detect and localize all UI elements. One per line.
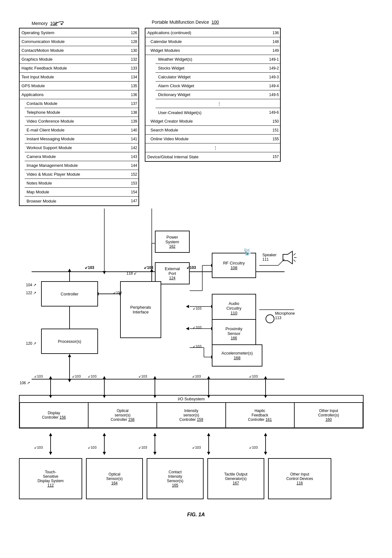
rf-circuitry-box: RF Circuitry 108 xyxy=(212,253,256,278)
io-cell-display: Display Controller 156 xyxy=(20,403,88,428)
io-cell-other-input: Other Input Controller(s) 160 xyxy=(294,403,363,428)
memory-row-workout: Workout Support Module 142 xyxy=(25,143,138,152)
svg-marker-31 xyxy=(68,354,71,357)
memory-row-video-music: Video & Music Player Module 152 xyxy=(25,170,138,179)
controller-box: Controller xyxy=(41,281,98,306)
svg-marker-47 xyxy=(264,376,267,379)
fig-caption: FIG. 1A xyxy=(187,512,205,518)
svg-marker-30 xyxy=(68,379,71,382)
svg-marker-52 xyxy=(103,452,106,455)
memory-row-browser: Browser Module 147 xyxy=(25,197,138,205)
bus-103-proc: ↙103 xyxy=(72,374,81,379)
memory-row-graphics: Graphics Module 132 xyxy=(20,55,138,64)
bus-103-bot4: ↙103 xyxy=(192,446,201,450)
svg-marker-71 xyxy=(103,271,106,274)
optical-sensor-box: Optical Sensor(s) 164 xyxy=(86,458,143,499)
svg-marker-38 xyxy=(103,376,106,379)
pmd-row-apps-cont: Applications (continued) 136 xyxy=(145,28,280,37)
bus-label-103-top: ↙103 xyxy=(85,265,94,270)
peripherals-box: Peripherals Interface xyxy=(120,281,161,338)
processor-box: Processor(s) xyxy=(41,329,98,354)
pmd-row-calculator: Calculator Widget 149-3 xyxy=(156,73,280,82)
bus-label-103-mid: ↙103 xyxy=(144,265,153,270)
svg-marker-3 xyxy=(68,269,71,272)
accelerometer-box: Accelerometer(s) 168 xyxy=(212,344,262,367)
memory-row-gps: GPS Module 135 xyxy=(20,82,138,90)
memory-row-contacts: Contacts Module 137 xyxy=(25,99,138,108)
memory-row-telephone: Telephone Module 138 xyxy=(25,108,138,117)
svg-marker-21 xyxy=(186,327,189,330)
pmd-row-search: Search Module 151 xyxy=(145,126,280,135)
bus-103-io1: ↙103 xyxy=(34,374,43,379)
pmd-row-alarm: Alarm Clock Widget 149-4 xyxy=(156,82,280,90)
io-cell-optical: Optical sensor(s) Controller 158 xyxy=(88,403,157,428)
tactile-output-box: Tactile Output Generator(s) 167 xyxy=(207,458,264,499)
svg-marker-55 xyxy=(153,452,156,455)
svg-marker-50 xyxy=(49,433,52,436)
pmd-row-user-created: User-Created Widget(s) 149-6 xyxy=(156,108,280,117)
speaker-label: Speaker 111 xyxy=(262,253,277,262)
touch-display-box: Touch- Sensitive Display System 112 xyxy=(19,458,82,499)
pmd-row-online-video: Online Video Module 155 xyxy=(145,135,280,143)
svg-marker-62 xyxy=(264,433,267,436)
bus-103-io2: ↙103 xyxy=(88,374,96,379)
speaker-icon xyxy=(281,250,297,265)
processor-ref-120: 120 ↗ xyxy=(26,341,36,346)
microphone-label: Microphone 113 xyxy=(275,311,295,320)
pmd-row-widget-creator: Widget Creator Module 150 xyxy=(145,117,280,126)
memory-row-map: Map Module 154 xyxy=(25,188,138,197)
bus-103-io5: ↙103 xyxy=(249,374,258,379)
memory-apps-subbox: Contacts Module 137 Telephone Module 138… xyxy=(25,99,138,205)
svg-marker-17 xyxy=(186,305,189,308)
memory-row-text-input: Text Input Module 134 xyxy=(20,73,138,82)
memory-row-im: Instant Messaging Module 141 xyxy=(25,135,138,143)
pmd-box: Applications (continued) 136 Calendar Mo… xyxy=(145,28,281,162)
bus-103-bot5: ↙103 xyxy=(249,446,258,450)
memory-row-contact: Contact/Motion Module 130 xyxy=(20,46,138,55)
svg-marker-41 xyxy=(153,376,156,379)
pmd-row-dictionary: Dictionary Widget 149-5 xyxy=(156,90,280,99)
controller-ref-104: 104 ↗ xyxy=(26,283,36,287)
svg-marker-61 xyxy=(264,452,267,455)
pmd-row-device-state: Device/Global Internal State 157 xyxy=(145,152,280,161)
power-system-box: Power System 162 xyxy=(155,231,190,253)
bus-label-103-right: ↙103 xyxy=(187,265,196,270)
svg-marker-56 xyxy=(153,433,156,436)
memory-row-comm: Communication Module 128 xyxy=(20,37,138,46)
pmd-row-dots1: ⋮ xyxy=(156,99,280,108)
bus-103-prox: ↙103 xyxy=(193,325,201,330)
other-input-devices-box: Other Input Control Devices 116 xyxy=(268,458,331,499)
io-subsystem-box: I/O Subsystem Display Controller 156 Opt… xyxy=(19,395,364,428)
svg-line-79 xyxy=(293,260,296,262)
pmd-label: Portable Multifunction Device 100 xyxy=(152,20,219,25)
bus-103-bot1: ↙103 xyxy=(34,446,43,450)
pmd-row-widgets: Widget Modules 149 xyxy=(145,46,280,55)
svg-marker-76 xyxy=(283,251,292,264)
contact-intensity-box: Contact Intensity Sensor(s) 165 xyxy=(147,458,204,499)
bus-103-bot2: ↙103 xyxy=(88,446,96,450)
pmd-row-stocks: Stocks Widget 149-2 xyxy=(156,64,280,73)
memory-row-videoconf: Video Conference Module 139 xyxy=(25,117,138,126)
microphone-icon xyxy=(266,314,274,323)
svg-marker-35 xyxy=(49,376,52,379)
memory-row-email: E-mail Client Module 140 xyxy=(25,126,138,135)
bus-103-io3: ↙103 xyxy=(138,374,147,379)
svg-marker-59 xyxy=(207,433,210,436)
memory-row-apps: Applications 136 xyxy=(20,90,138,99)
memory-row-camera: Camera Module 143 xyxy=(25,152,138,161)
ref-106: 106 ↗ xyxy=(20,381,30,385)
svg-marker-58 xyxy=(207,452,210,455)
pmd-widgets-subbox: Weather Widget(s) 149-1 Stocks Widget 14… xyxy=(156,55,280,117)
pmd-row-weather: Weather Widget(s) 149-1 xyxy=(156,55,280,64)
memory-row-haptic: Haptic Feedback Module 133 xyxy=(20,64,138,73)
memory-row-image: Image Management Module 144 xyxy=(25,161,138,170)
antenna-icon: 📡 xyxy=(243,248,251,256)
bus-103-audio: ↙103 xyxy=(193,306,201,311)
svg-marker-49 xyxy=(49,452,52,455)
pmd-row-dots2: ⋮ xyxy=(145,143,280,152)
audio-circuitry-box: Audio Circuitry 110 xyxy=(212,294,256,322)
bus-103-io4: ↙103 xyxy=(192,374,201,379)
bus-103-accel: ↙103 xyxy=(193,344,201,349)
svg-marker-44 xyxy=(207,376,210,379)
memory-label: Memory 102 ↙ xyxy=(32,20,65,27)
